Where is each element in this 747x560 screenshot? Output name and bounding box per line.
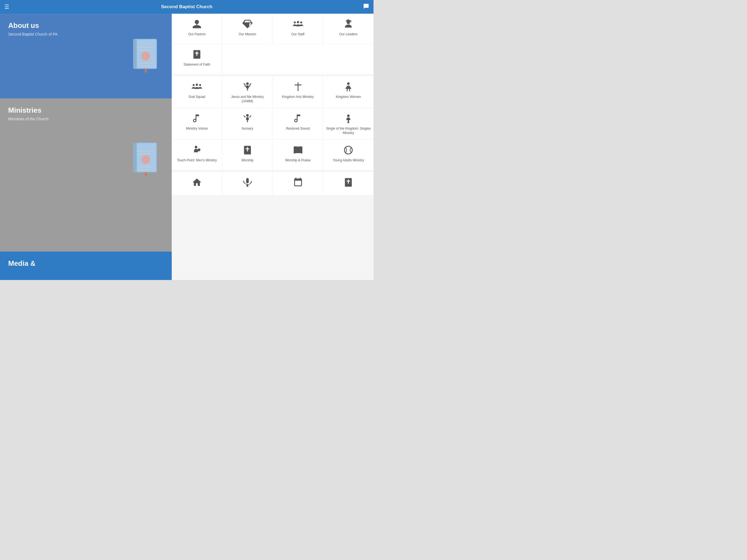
jamm-label: Jesus and Me Ministry (JAMM) bbox=[225, 95, 270, 103]
young-adults-item[interactable]: Young Adults Ministry bbox=[323, 140, 374, 170]
youngadults-icon bbox=[343, 145, 354, 156]
svg-rect-1 bbox=[133, 39, 137, 69]
svg-point-38 bbox=[347, 82, 350, 85]
svg-marker-17 bbox=[196, 24, 198, 25]
svg-point-28 bbox=[193, 84, 195, 86]
home-icon bbox=[192, 177, 202, 188]
media-heading: Media & bbox=[8, 259, 163, 268]
single-icon bbox=[343, 113, 354, 124]
svg-point-41 bbox=[246, 114, 249, 117]
svg-point-30 bbox=[199, 84, 201, 86]
ministries-row-1: God Squad bbox=[172, 76, 374, 108]
worship-praise-item[interactable]: Worship & Praise bbox=[273, 140, 324, 170]
touchpoint-item[interactable]: Touch Point: Men's Ministry bbox=[172, 140, 222, 170]
open-book-icon bbox=[293, 145, 303, 156]
svg-line-43 bbox=[250, 116, 251, 117]
about-section[interactable]: About us Second Baptist Church of PA bbox=[0, 14, 172, 98]
calendar-item[interactable] bbox=[273, 172, 324, 195]
worship-item[interactable]: Worship bbox=[222, 140, 273, 170]
svg-point-29 bbox=[196, 84, 198, 86]
ministries-book-image bbox=[131, 140, 161, 179]
media-grid-section bbox=[172, 172, 374, 195]
god-squad-label: God Squad bbox=[189, 95, 205, 99]
bible-cross-icon bbox=[192, 49, 202, 60]
svg-point-31 bbox=[246, 82, 249, 85]
kingdomwomen-icon bbox=[343, 81, 354, 92]
hamburger-icon[interactable]: ☰ bbox=[4, 4, 9, 10]
svg-rect-22 bbox=[346, 21, 351, 21]
mic-item[interactable] bbox=[222, 172, 273, 195]
touchpoint-icon bbox=[192, 145, 202, 156]
bible-media-item[interactable] bbox=[323, 172, 374, 195]
restored-sound-item[interactable]: Restored Sound bbox=[273, 108, 324, 139]
bible-media-icon bbox=[343, 177, 354, 188]
pastor-icon bbox=[192, 19, 202, 29]
about-grid-row: Our Pastors Our Mission bbox=[172, 14, 374, 44]
media-section[interactable]: Media & bbox=[0, 252, 172, 280]
ministries-row-3: Touch Point: Men's Ministry Worship bbox=[172, 140, 374, 170]
our-leaders-label: Our Leaders bbox=[339, 32, 358, 36]
svg-rect-27 bbox=[195, 53, 199, 54]
svg-marker-15 bbox=[145, 172, 147, 177]
touchpoint-label: Touch Point: Men's Ministry bbox=[177, 158, 217, 163]
worship-book-icon bbox=[242, 145, 253, 156]
svg-point-18 bbox=[294, 22, 295, 24]
svg-point-51 bbox=[344, 146, 353, 154]
god-squad-item[interactable]: God Squad bbox=[172, 76, 222, 108]
singles-ministry-item[interactable]: Single of the Kingdom: Singles Ministry bbox=[323, 108, 374, 139]
left-panel: About us Second Baptist Church of PA bbox=[0, 14, 172, 280]
ministry-voices-label: Ministry Voices bbox=[186, 127, 208, 131]
kingdom-arts-item[interactable]: Kingdom Arts Ministry bbox=[273, 76, 324, 108]
ministries-subtext: Ministries of the Church bbox=[8, 117, 163, 121]
right-panel: Our Pastors Our Mission bbox=[172, 14, 374, 280]
our-pastors-item[interactable]: Our Pastors bbox=[172, 14, 222, 44]
svg-line-46 bbox=[349, 120, 349, 123]
chat-icon[interactable] bbox=[363, 3, 369, 11]
leaders-icon bbox=[343, 19, 354, 29]
svg-point-44 bbox=[347, 114, 350, 117]
restored-sound-label: Restored Sound bbox=[286, 127, 310, 131]
svg-rect-49 bbox=[247, 147, 248, 152]
svg-point-20 bbox=[300, 22, 302, 24]
svg-rect-54 bbox=[347, 181, 350, 182]
about-subtext: Second Baptist Church of PA bbox=[8, 32, 163, 36]
godsquad-icon bbox=[192, 81, 202, 92]
ministry-voices-item[interactable]: Ministry Voices bbox=[172, 108, 222, 139]
ministries-heading: Ministries bbox=[8, 106, 163, 114]
svg-line-34 bbox=[244, 84, 245, 85]
svg-line-33 bbox=[249, 86, 250, 87]
svg-rect-37 bbox=[294, 84, 301, 85]
kingdomarts-icon bbox=[293, 81, 303, 92]
svg-rect-26 bbox=[196, 51, 197, 56]
music-note-icon-2 bbox=[293, 113, 303, 124]
svg-rect-36 bbox=[298, 82, 298, 91]
top-bar: ☰ Second Baptist Church bbox=[0, 0, 374, 14]
home-item[interactable] bbox=[172, 172, 222, 195]
our-pastors-label: Our Pastors bbox=[188, 32, 206, 36]
jamm-item[interactable]: Jesus and Me Ministry (JAMM) bbox=[222, 76, 273, 108]
app-title: Second Baptist Church bbox=[161, 4, 212, 9]
calendar-icon bbox=[293, 177, 303, 188]
about-grid-section: Our Pastors Our Mission bbox=[172, 14, 374, 74]
svg-point-4 bbox=[141, 52, 150, 60]
svg-rect-50 bbox=[246, 149, 249, 149]
main-layout: About us Second Baptist Church of PA bbox=[0, 14, 374, 280]
jamm-icon bbox=[242, 81, 253, 92]
svg-marker-7 bbox=[145, 69, 147, 73]
statement-of-faith-item[interactable]: Statement of Faith bbox=[172, 44, 222, 74]
our-staff-item[interactable]: Our Staff bbox=[273, 14, 324, 44]
our-mission-label: Our Mission bbox=[239, 32, 256, 36]
nursery-item[interactable]: Nursery bbox=[222, 108, 273, 139]
worship-label: Worship bbox=[241, 158, 254, 163]
svg-point-47 bbox=[195, 146, 198, 149]
statement-of-faith-label: Statement of Faith bbox=[183, 62, 210, 67]
ministries-row-2: Ministry Voices Nursery bbox=[172, 108, 374, 140]
kingdom-women-item[interactable]: Kingdom Women bbox=[323, 76, 374, 108]
our-leaders-item[interactable]: Our Leaders bbox=[323, 14, 374, 44]
svg-line-42 bbox=[244, 116, 245, 117]
our-mission-item[interactable]: Our Mission bbox=[222, 14, 273, 44]
svg-point-12 bbox=[141, 155, 150, 164]
svg-rect-9 bbox=[133, 143, 137, 172]
ministries-section[interactable]: Ministries Ministries of the Church bbox=[0, 98, 172, 252]
nursery-label: Nursery bbox=[242, 127, 253, 131]
